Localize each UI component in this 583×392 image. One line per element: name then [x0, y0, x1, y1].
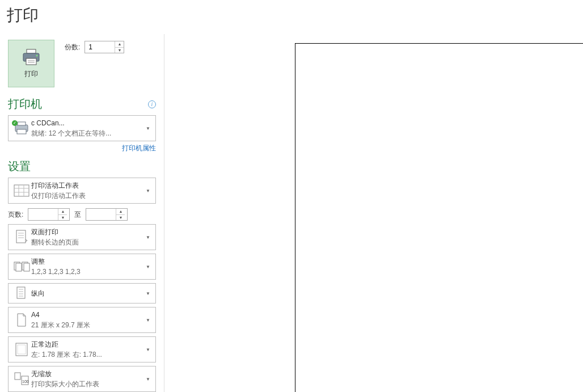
collate-title: 调整	[31, 256, 144, 267]
svg-rect-14	[16, 230, 26, 243]
margins-sub: 左: 1.78 厘米 右: 1.78...	[31, 349, 144, 360]
copies-spinner[interactable]: ▲ ▼	[85, 41, 124, 53]
sides-sub: 翻转长边的页面	[31, 237, 144, 247]
check-badge-icon: ✓	[12, 120, 18, 126]
page-title: 打印	[7, 5, 583, 26]
page-from-spinner[interactable]: ▲ ▼	[28, 208, 70, 221]
page-to-spinner[interactable]: ▲ ▼	[86, 208, 128, 221]
page-to-up[interactable]: ▲	[116, 209, 125, 215]
copies-control: 份数: ▲ ▼	[65, 41, 124, 53]
svg-rect-22	[17, 287, 25, 298]
chevron-down-icon: ▼	[144, 318, 152, 323]
paper-sub: 21 厘米 x 29.7 厘米	[31, 320, 144, 330]
svg-rect-3	[26, 58, 36, 65]
copies-input[interactable]	[85, 41, 115, 53]
print-settings-panel: 打印 份数: ▲ ▼ 打印机 i ✓	[0, 34, 164, 392]
scaling-select[interactable]: 100 无缩放 打印实际大小的工作表 ▼	[8, 366, 156, 392]
paper-size-select[interactable]: A4 21 厘米 x 29.7 厘米 ▼	[8, 307, 156, 333]
svg-rect-0	[27, 49, 36, 53]
page-from-down[interactable]: ▼	[58, 215, 67, 221]
page-range-row: 页数: ▲ ▼ 至 ▲ ▼	[8, 208, 156, 221]
info-icon[interactable]: i	[148, 100, 156, 108]
svg-point-2	[36, 54, 38, 56]
svg-rect-8	[17, 129, 26, 134]
margins-icon	[12, 342, 31, 357]
scope-sub: 仅打印活动工作表	[31, 191, 144, 201]
chevron-down-icon: ▼	[144, 291, 152, 296]
svg-rect-19	[16, 263, 22, 271]
margins-select[interactable]: 正常边距 左: 1.78 厘米 右: 1.78... ▼	[8, 336, 156, 363]
print-button[interactable]: 打印	[8, 40, 54, 87]
worksheet-icon	[12, 184, 31, 197]
collate-select[interactable]: 调整 1,2,3 1,2,3 1,2,3 ▼	[8, 254, 156, 280]
scaling-title: 无缩放	[31, 369, 144, 379]
paper-title: A4	[31, 310, 144, 320]
chevron-down-icon: ▼	[144, 235, 152, 240]
printer-properties-link[interactable]: 打印机属性	[122, 144, 156, 152]
svg-rect-21	[24, 263, 29, 271]
printer-device-icon: ✓	[12, 121, 31, 135]
chevron-down-icon: ▼	[144, 126, 152, 131]
settings-section-header: 设置	[8, 159, 31, 174]
margins-title: 正常边距	[31, 339, 144, 349]
print-preview	[295, 43, 583, 392]
copies-up[interactable]: ▲	[115, 41, 124, 48]
collate-sub: 1,2,3 1,2,3 1,2,3	[31, 267, 144, 277]
svg-rect-7	[18, 122, 26, 125]
collate-icon	[12, 260, 31, 273]
chevron-down-icon: ▼	[144, 264, 152, 269]
sides-title: 双面打印	[31, 227, 144, 237]
print-button-label: 打印	[24, 69, 38, 79]
printer-select[interactable]: ✓ c CDCan... 就绪: 12 个文档正在等待... ▼	[8, 115, 156, 141]
pages-to-label: 至	[74, 210, 81, 220]
chevron-down-icon: ▼	[144, 377, 152, 382]
printer-icon	[21, 49, 41, 66]
print-scope-select[interactable]: 打印活动工作表 仅打印活动工作表 ▼	[8, 178, 156, 204]
printer-section-header: 打印机	[8, 96, 42, 112]
orientation-select[interactable]: 纵向 ▼	[8, 283, 156, 304]
printer-status: 就绪: 12 个文档正在等待...	[31, 128, 144, 138]
pages-label: 页数:	[8, 210, 23, 220]
page-from-input[interactable]	[28, 209, 58, 220]
svg-rect-29	[15, 373, 20, 380]
page-from-up[interactable]: ▲	[58, 209, 67, 215]
svg-rect-9	[14, 185, 29, 196]
scaling-sub: 打印实际大小的工作表	[31, 379, 144, 389]
scope-title: 打印活动工作表	[31, 180, 144, 191]
chevron-down-icon: ▼	[144, 347, 152, 352]
copies-label: 份数:	[65, 43, 80, 52]
scaling-icon: 100	[12, 372, 31, 386]
orientation-title: 纵向	[31, 288, 144, 298]
svg-text:100: 100	[22, 380, 29, 383]
duplex-icon	[12, 229, 31, 245]
paper-icon	[12, 313, 31, 327]
page-to-input[interactable]	[86, 209, 116, 220]
copies-down[interactable]: ▼	[115, 48, 124, 53]
sides-select[interactable]: 双面打印 翻转长边的页面 ▼	[8, 224, 156, 250]
page-to-down[interactable]: ▼	[116, 215, 125, 221]
portrait-icon	[12, 286, 31, 301]
printer-name: c CDCan...	[31, 118, 144, 128]
chevron-down-icon: ▼	[144, 188, 152, 193]
